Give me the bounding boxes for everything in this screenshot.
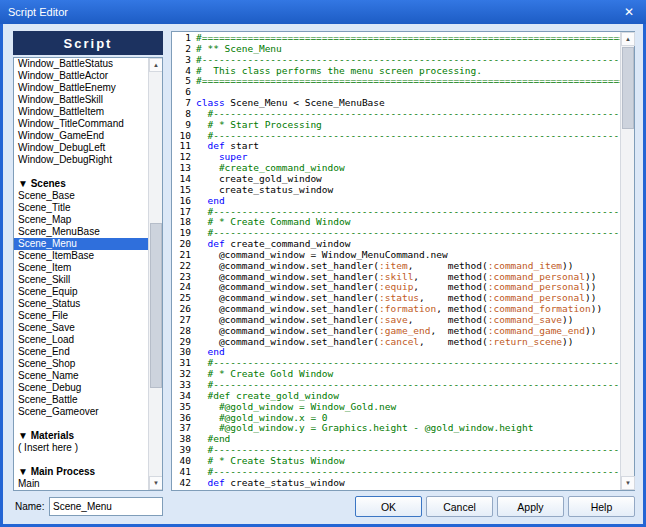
- list-item[interactable]: Scene_Debug: [14, 382, 148, 394]
- code-line[interactable]: 3#--------------------------------------…: [172, 55, 620, 66]
- list-category[interactable]: ▼ Materials: [14, 430, 148, 442]
- list-item[interactable]: Scene_Item: [14, 262, 148, 274]
- code-line[interactable]: 18 # * Create Command Window: [172, 217, 620, 228]
- code-line[interactable]: 11 def start: [172, 141, 620, 152]
- code-line[interactable]: 14 create_gold_window: [172, 174, 620, 185]
- list-item[interactable]: Window_BattleActor: [14, 70, 148, 82]
- cancel-button[interactable]: Cancel: [426, 496, 493, 517]
- list-item[interactable]: Scene_Status: [14, 298, 148, 310]
- code-line[interactable]: 32 # * Create Gold Window: [172, 369, 620, 380]
- ok-button[interactable]: OK: [355, 496, 422, 517]
- list-item[interactable]: Scene_Skill: [14, 274, 148, 286]
- code-line[interactable]: 38 #end: [172, 434, 620, 445]
- apply-button[interactable]: Apply: [497, 496, 564, 517]
- code-line[interactable]: 13 #create_command_window: [172, 163, 620, 174]
- list-scrollbar[interactable]: ▲ ▼: [148, 58, 162, 490]
- code-line[interactable]: 19 #------------------------------------…: [172, 228, 620, 239]
- code-line[interactable]: 31 #------------------------------------…: [172, 358, 620, 369]
- code-line[interactable]: 23 @command_window.set_handler(:skill, m…: [172, 272, 620, 283]
- code-editor[interactable]: 1#======================================…: [171, 31, 635, 491]
- list-scrollbar-thumb[interactable]: [150, 223, 162, 388]
- list-item[interactable]: Window_TitleCommand: [14, 118, 148, 130]
- code-line[interactable]: 42 def create_status_window: [172, 478, 620, 489]
- code-line[interactable]: 4# This class performs the menu screen p…: [172, 66, 620, 77]
- code-line[interactable]: 6: [172, 87, 620, 98]
- code-line[interactable]: 16 end: [172, 196, 620, 207]
- line-number: 23: [172, 272, 196, 283]
- list-category[interactable]: ▼ Scenes: [14, 178, 148, 190]
- list-item[interactable]: Main: [14, 478, 148, 490]
- script-list: Window_BattleStatusWindow_BattleActorWin…: [13, 57, 163, 491]
- code-line[interactable]: 12 super: [172, 152, 620, 163]
- list-item[interactable]: Scene_File: [14, 310, 148, 322]
- name-input[interactable]: [49, 497, 163, 516]
- line-number: 33: [172, 380, 196, 391]
- list-item[interactable]: Window_DebugLeft: [14, 142, 148, 154]
- code-text: #=======================================…: [196, 33, 620, 44]
- code-text: @command_window.set_handler(:status, met…: [196, 293, 596, 304]
- list-category[interactable]: ▼ Main Process: [14, 466, 148, 478]
- list-item[interactable]: Scene_Gameover: [14, 406, 148, 418]
- code-line[interactable]: 24 @command_window.set_handler(:equip, m…: [172, 282, 620, 293]
- list-item[interactable]: Scene_ItemBase: [14, 250, 148, 262]
- code-line[interactable]: 33 #------------------------------------…: [172, 380, 620, 391]
- code-line[interactable]: 26 @command_window.set_handler(:formatio…: [172, 304, 620, 315]
- list-item[interactable]: Window_BattleItem: [14, 106, 148, 118]
- list-item[interactable]: Scene_Shop: [14, 358, 148, 370]
- code-line[interactable]: 29 @command_window.set_handler(:cancel, …: [172, 337, 620, 348]
- code-line[interactable]: 34 #def create_gold_window: [172, 391, 620, 402]
- line-number: 14: [172, 174, 196, 185]
- code-line[interactable]: 40 # * Create Status Window: [172, 456, 620, 467]
- code-line[interactable]: 7class Scene_Menu < Scene_MenuBase: [172, 98, 620, 109]
- list-item[interactable]: Scene_Title: [14, 202, 148, 214]
- list-item[interactable]: Scene_Battle: [14, 394, 148, 406]
- list-scroll-up-button[interactable]: ▲: [149, 58, 163, 72]
- code-line[interactable]: 17 #------------------------------------…: [172, 207, 620, 218]
- list-item[interactable]: Window_BattleStatus: [14, 58, 148, 70]
- list-item[interactable]: ( Insert here ): [14, 442, 148, 454]
- list-scroll-down-button[interactable]: ▼: [149, 476, 163, 490]
- code-line[interactable]: 22 @command_window.set_handler(:item, me…: [172, 261, 620, 272]
- list-item[interactable]: Scene_Name: [14, 370, 148, 382]
- code-line[interactable]: 35 #@gold_window = Window_Gold.new: [172, 402, 620, 413]
- code-line[interactable]: 30 end: [172, 347, 620, 358]
- list-item[interactable]: Scene_Save: [14, 322, 148, 334]
- code-line[interactable]: 21 @command_window = Window_MenuCommand.…: [172, 250, 620, 261]
- code-line[interactable]: 15 create_status_window: [172, 185, 620, 196]
- close-button[interactable]: ✕: [612, 0, 646, 24]
- code-text: # * Create Status Window: [196, 456, 345, 467]
- titlebar[interactable]: Script Editor ✕: [0, 0, 646, 24]
- list-item[interactable]: Window_BattleSkill: [14, 94, 148, 106]
- code-line[interactable]: 9 # * Start Processing: [172, 120, 620, 131]
- code-line[interactable]: 5#======================================…: [172, 76, 620, 87]
- code-text: #end: [196, 434, 230, 445]
- code-line[interactable]: 2# ** Scene_Menu: [172, 44, 620, 55]
- code-line[interactable]: 10 #------------------------------------…: [172, 131, 620, 142]
- code-line[interactable]: 37 #@gold_window.y = Graphics.height - @…: [172, 423, 620, 434]
- list-item[interactable]: Window_DebugRight: [14, 154, 148, 166]
- list-item[interactable]: Window_BattleEnemy: [14, 82, 148, 94]
- editor-scroll-up-button[interactable]: ▲: [621, 32, 635, 46]
- code-line[interactable]: 39 #------------------------------------…: [172, 445, 620, 456]
- list-item[interactable]: Scene_Load: [14, 334, 148, 346]
- editor-scrollbar[interactable]: ▲ ▼: [620, 32, 634, 490]
- line-number: 21: [172, 250, 196, 261]
- list-item[interactable]: Scene_End: [14, 346, 148, 358]
- editor-scrollbar-thumb[interactable]: [622, 47, 634, 129]
- list-item[interactable]: Window_GameEnd: [14, 130, 148, 142]
- code-line[interactable]: 36 #@gold_window.x = 0: [172, 413, 620, 424]
- list-item[interactable]: Scene_Equip: [14, 286, 148, 298]
- code-line[interactable]: 27 @command_window.set_handler(:save, me…: [172, 315, 620, 326]
- code-line[interactable]: 28 @command_window.set_handler(:game_end…: [172, 326, 620, 337]
- list-item[interactable]: Scene_Menu: [14, 238, 148, 250]
- code-line[interactable]: 25 @command_window.set_handler(:status, …: [172, 293, 620, 304]
- code-line[interactable]: 20 def create_command_window: [172, 239, 620, 250]
- editor-scroll-down-button[interactable]: ▼: [621, 476, 635, 490]
- list-item[interactable]: Scene_Map: [14, 214, 148, 226]
- code-line[interactable]: 1#======================================…: [172, 33, 620, 44]
- list-item[interactable]: Scene_MenuBase: [14, 226, 148, 238]
- code-line[interactable]: 41 #------------------------------------…: [172, 467, 620, 478]
- help-button[interactable]: Help: [568, 496, 635, 517]
- list-item[interactable]: Scene_Base: [14, 190, 148, 202]
- code-line[interactable]: 8 #-------------------------------------…: [172, 109, 620, 120]
